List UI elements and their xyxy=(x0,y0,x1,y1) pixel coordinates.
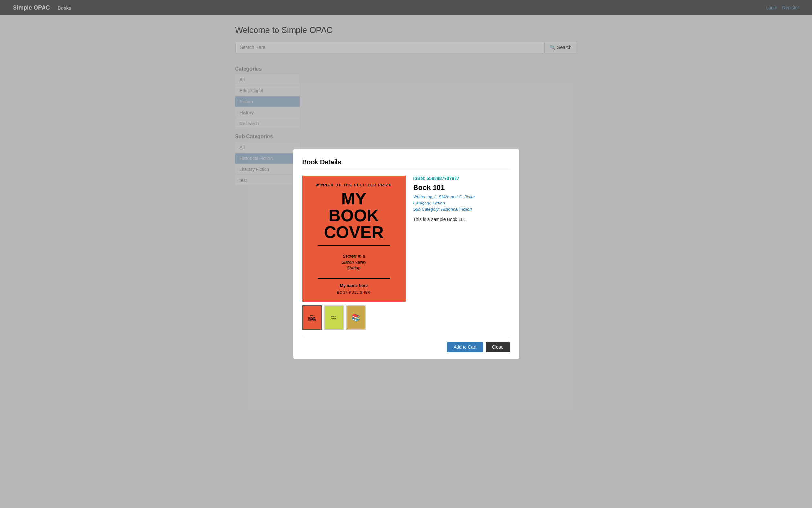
book-info: ISBN: 5588887987987 Book 101 Written by:… xyxy=(413,176,510,196)
book-name: Book 101 xyxy=(413,183,510,192)
book-isbn: ISBN: 5588887987987 xyxy=(413,176,510,181)
book-cover-main: Winner of the Pulitzer Prize MY BOOK COV… xyxy=(302,176,405,196)
main-content: Welcome to Simple OPAC 🔍 Search Categori… xyxy=(229,15,584,196)
book-written-by: Written by: J. SMith and C. Blake xyxy=(413,195,510,196)
cover-title-line1: MY xyxy=(341,189,366,196)
book-details-modal: Book Details Winner of the Pulitzer Priz… xyxy=(293,149,519,196)
modal-body: Winner of the Pulitzer Prize MY BOOK COV… xyxy=(302,176,510,196)
cover-title: MY BOOK COVER xyxy=(324,190,384,196)
book-cover-section: Winner of the Pulitzer Prize MY BOOK COV… xyxy=(302,176,405,196)
modal-title: Book Details xyxy=(302,158,510,170)
book-author: J. SMith and C. Blake xyxy=(434,195,475,196)
written-by-label: Written by: xyxy=(413,195,433,196)
modal-overlay: Book Details Winner of the Pulitzer Priz… xyxy=(0,0,812,196)
cover-pulitzer: Winner of the Pulitzer Prize xyxy=(315,183,392,187)
layout: Categories AllEducationalFictionHistoryR… xyxy=(235,61,577,186)
